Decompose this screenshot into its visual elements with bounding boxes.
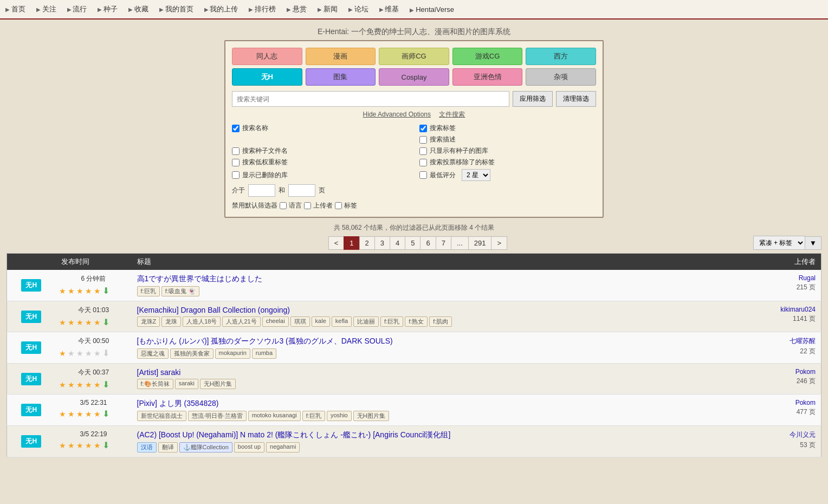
page-291[interactable]: 291 [468, 236, 491, 250]
tag[interactable]: f:巨乳 [380, 316, 403, 327]
page-2[interactable]: 2 [359, 236, 374, 250]
nav-home[interactable]: 首页 [0, 2, 31, 16]
page-prev[interactable]: < [328, 236, 344, 250]
uploader-link[interactable]: Pokom [795, 368, 816, 376]
cat-non-h[interactable]: 无H [232, 68, 302, 86]
nav-torrents[interactable]: 种子 [92, 2, 123, 16]
tag[interactable]: f:熟女 [405, 316, 428, 327]
tag[interactable]: 琪琪 [290, 316, 310, 327]
name-checkbox[interactable] [232, 125, 240, 132]
tags-checkbox[interactable] [419, 125, 427, 132]
page-5[interactable]: 5 [405, 236, 420, 250]
cat-manga[interactable]: 漫画 [306, 48, 376, 65]
nav-rankings[interactable]: 排行榜 [243, 2, 281, 16]
cat-badge-non-h[interactable]: 无H [21, 435, 41, 448]
desc-checkbox[interactable] [419, 136, 427, 144]
seeds-only-checkbox[interactable] [419, 147, 427, 155]
tag[interactable]: cheelai [262, 316, 289, 327]
page-max-input[interactable] [288, 184, 315, 197]
nav-follow[interactable]: 关注 [31, 2, 62, 16]
nav-hentaiverse[interactable]: HentaiVerse [404, 3, 460, 16]
sort-dropdown-button[interactable]: ▼ [805, 236, 821, 250]
vote-removed-checkbox[interactable] [419, 159, 427, 166]
file-search-link[interactable]: 文件搜索 [439, 111, 465, 118]
tag[interactable]: 惣流·明日香·兰格雷 [188, 411, 247, 421]
gallery-title-link[interactable]: [もかぷりん (ルンバ)] 孤独のダークソウル3 (孤独のグルメ、DARK SO… [137, 337, 740, 346]
tag[interactable]: saraki [175, 379, 198, 389]
min-rating-checkbox[interactable] [419, 171, 427, 179]
tag[interactable]: 翻译 [158, 442, 178, 453]
tag[interactable]: 无H图片集 [200, 379, 236, 389]
hide-advanced-link[interactable]: Hide Advanced Options [363, 111, 431, 118]
tag[interactable]: mokapurin [215, 348, 250, 359]
tag[interactable]: f:肌肉 [429, 316, 452, 327]
gallery-title-link[interactable]: [Artist] saraki [137, 368, 740, 377]
tag[interactable]: kefla [332, 316, 352, 327]
gallery-title-link[interactable]: [Kemachiku] Dragon Ball Collection (ongo… [137, 306, 740, 314]
tag[interactable]: kale [312, 316, 330, 327]
tag[interactable]: 龙珠Z [137, 316, 160, 327]
cat-image-set[interactable]: 图集 [306, 68, 376, 86]
tag[interactable]: boost up [234, 442, 264, 453]
cat-asian-porn[interactable]: 亚洲色情 [452, 68, 523, 86]
tag[interactable]: 龙珠 [161, 316, 181, 327]
nav-popular[interactable]: 流行 [62, 2, 93, 16]
tag[interactable]: 无H图片集 [353, 411, 389, 421]
tag[interactable]: motoko kusanagi [248, 411, 301, 421]
nav-myuploads[interactable]: 我的上传 [199, 2, 244, 16]
page-1[interactable]: 1 [344, 236, 359, 250]
tag[interactable]: yoshio [327, 411, 352, 421]
tag[interactable]: 孤独的美食家 [170, 348, 214, 359]
page-3[interactable]: 3 [374, 236, 390, 250]
uploader-link[interactable]: 七曜苏醒 [790, 337, 816, 345]
cat-badge-non-h[interactable]: 无H [21, 341, 41, 354]
cat-badge-non-h[interactable]: 无H [21, 404, 41, 416]
tag[interactable]: f:吸血鬼 👻 [161, 286, 199, 296]
search-input[interactable] [232, 91, 509, 107]
cat-badge-non-h[interactable]: 无H [21, 373, 41, 385]
gallery-title-link[interactable]: 高1ですが異世界で城主はじめました [137, 274, 740, 284]
download-arrow[interactable]: ⬇ [102, 440, 109, 450]
cat-misc[interactable]: 杂项 [526, 68, 596, 86]
lang-checkbox[interactable] [304, 202, 311, 209]
nav-news[interactable]: 新闻 [312, 2, 343, 16]
cat-badge-non-h[interactable]: 无H [21, 279, 41, 292]
gallery-title-link[interactable]: (AC2) [Boost Up! (Negahami)] N mato 2! (… [137, 430, 740, 440]
tag[interactable]: rumba [252, 348, 276, 359]
page-7[interactable]: 7 [436, 236, 451, 250]
uploader-link[interactable]: Rugal [799, 274, 816, 282]
nav-bounty[interactable]: 悬赏 [281, 2, 312, 16]
page-min-input[interactable] [248, 184, 275, 197]
download-arrow[interactable]: ⬇ [102, 317, 109, 327]
uploader-link[interactable]: 今川义元 [790, 431, 816, 438]
tag[interactable]: f:巨乳 [137, 286, 160, 296]
cat-game-cg[interactable]: 游戏CG [452, 48, 523, 65]
download-arrow[interactable]: ⬇ [102, 379, 109, 390]
uploader-checkbox[interactable] [335, 202, 342, 209]
cat-doujinshi[interactable]: 同人志 [232, 48, 302, 65]
apply-filter-button[interactable]: 应用筛选 [513, 91, 553, 107]
tag-lang[interactable]: 汉语 [137, 442, 157, 453]
low-weight-checkbox[interactable] [232, 159, 240, 166]
page-4[interactable]: 4 [390, 236, 405, 250]
tag[interactable]: 人造人21号 [222, 316, 260, 327]
nav-myhome[interactable]: 我的首页 [154, 2, 199, 16]
tag-fleet[interactable]: ⚓艦隊Collection [179, 442, 232, 453]
torrent-checkbox[interactable] [232, 147, 240, 155]
tag[interactable]: 新世纪福音战士 [137, 411, 186, 421]
tag[interactable]: 惡魔之魂 [137, 348, 169, 359]
sort-select[interactable]: 紧凑 + 标签 紧凑 扩展 [753, 236, 805, 250]
clear-filter-button[interactable]: 清理筛选 [556, 91, 596, 107]
uploader-link[interactable]: kikimaru024 [780, 306, 816, 313]
tag[interactable]: 比迪丽 [353, 316, 379, 327]
nav-favorites[interactable]: 收藏 [123, 2, 154, 16]
page-next[interactable]: > [491, 236, 507, 250]
nav-wiki[interactable]: 维基 [374, 2, 405, 16]
uploader-link[interactable]: Pokom [795, 399, 816, 406]
tag[interactable]: f:🎨长筒袜 [137, 379, 173, 389]
tag[interactable]: f:巨乳 [302, 411, 325, 421]
tag[interactable]: 人造人18号 [183, 316, 221, 327]
page-6[interactable]: 6 [420, 236, 435, 250]
gallery-title-link[interactable]: [Pixiv] よし男 (3584828) [137, 399, 740, 409]
download-arrow[interactable]: ⬇ [102, 286, 109, 296]
